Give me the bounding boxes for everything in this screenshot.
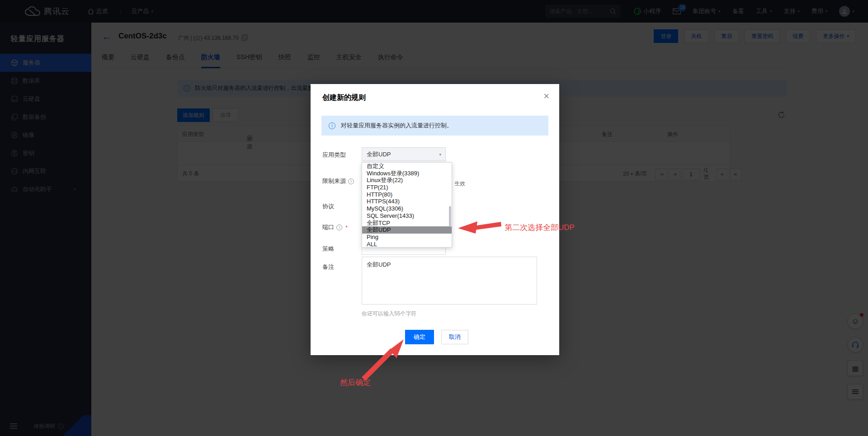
app-type-select[interactable]: 全部UDP ▾ xyxy=(362,147,446,161)
port-label: 端口 i * xyxy=(322,223,348,231)
dropdown-option-ftp[interactable]: FTP(21) xyxy=(362,184,452,191)
port-label-text: 端口 xyxy=(322,223,334,231)
app-type-value: 全部UDP xyxy=(367,150,391,159)
info-icon[interactable]: i xyxy=(348,178,354,184)
dropdown-option-sqlserver[interactable]: SQL Server(1433) xyxy=(362,212,452,220)
source-label-text: 限制来源 xyxy=(322,177,346,185)
remark-label: 备注 xyxy=(322,263,334,271)
required-mark: * xyxy=(345,224,348,231)
modal-info-text: 对轻量应用服务器实例的入流量进行控制。 xyxy=(341,122,453,130)
dropdown-option-all[interactable]: ALL xyxy=(362,241,452,248)
policy-label: 策略 xyxy=(322,245,334,253)
dropdown-option-mysql[interactable]: MySQL(3306) xyxy=(362,205,452,212)
dropdown-option-http[interactable]: HTTP(80) xyxy=(362,191,452,198)
info-icon: i xyxy=(329,122,335,129)
modal-info-banner: i 对轻量应用服务器实例的入流量进行控制。 xyxy=(321,116,548,136)
confirm-button[interactable]: 确定 xyxy=(405,330,434,344)
create-rule-modal: 创建新的规则 × i 对轻量应用服务器实例的入流量进行控制。 应用类型 全部UD… xyxy=(311,84,559,355)
remark-hint: 你还可以输入55个字符 xyxy=(362,310,416,318)
protocol-label: 协议 xyxy=(322,202,334,211)
close-icon[interactable]: × xyxy=(543,90,549,102)
app-type-label: 应用类型 xyxy=(322,151,346,159)
cancel-button[interactable]: 取消 xyxy=(441,330,468,344)
modal-title: 创建新的规则 xyxy=(322,93,366,103)
remark-textarea[interactable]: 全部UDP xyxy=(362,257,537,305)
app-type-dropdown: 自定义 Windows登录(3389) Linux登录(22) FTP(21) … xyxy=(362,162,452,248)
source-hint-fragment: 生效 xyxy=(454,180,465,188)
dropdown-option-all-tcp[interactable]: 全部TCP xyxy=(362,220,452,227)
dropdown-option-all-udp[interactable]: 全部UDP xyxy=(362,226,452,234)
dropdown-option-windows[interactable]: Windows登录(3389) xyxy=(362,170,452,177)
chevron-down-icon: ▾ xyxy=(439,152,441,157)
dropdown-scrollbar[interactable] xyxy=(449,206,451,227)
dropdown-option-https[interactable]: HTTPS(443) xyxy=(362,198,452,205)
dropdown-option-linux[interactable]: Linux登录(22) xyxy=(362,177,452,184)
source-label: 限制来源 i xyxy=(322,177,354,185)
dropdown-option-ping[interactable]: Ping xyxy=(362,234,452,241)
info-icon[interactable]: i xyxy=(336,225,342,230)
dropdown-option-custom[interactable]: 自定义 xyxy=(362,163,452,170)
